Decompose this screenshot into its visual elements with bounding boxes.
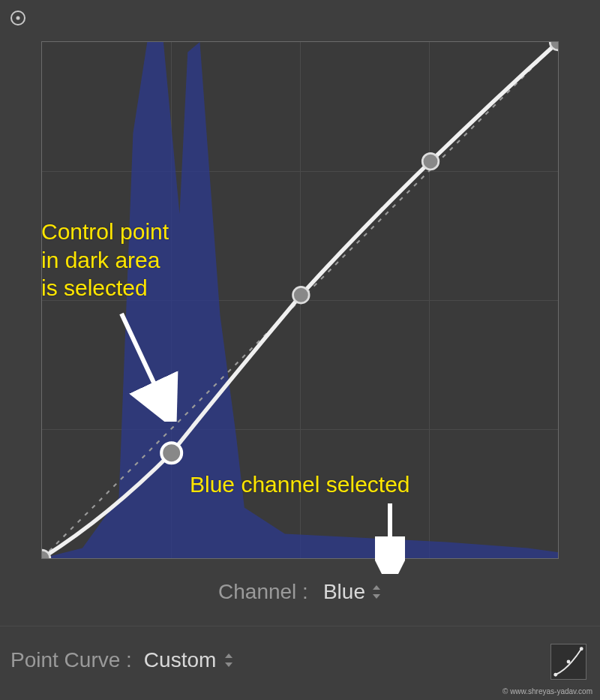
point-curve-label: Point Curve : bbox=[10, 648, 132, 672]
curve-point-selected[interactable] bbox=[161, 443, 182, 463]
svg-point-1 bbox=[16, 17, 20, 20]
svg-line-3 bbox=[122, 314, 165, 407]
channel-label: Channel : bbox=[218, 580, 308, 604]
chevron-updown-icon bbox=[224, 652, 234, 668]
annotation-blue-channel: Blue channel selected bbox=[190, 470, 410, 499]
watermark: © www.shreyas-yadav.com bbox=[502, 687, 592, 695]
arrow-icon bbox=[114, 309, 182, 422]
curve-mode-toggle[interactable] bbox=[550, 644, 586, 680]
channel-value: Blue bbox=[323, 580, 365, 604]
targeted-adjustment-tool[interactable] bbox=[9, 9, 27, 27]
channel-selector-row: Channel : Blue bbox=[0, 580, 600, 604]
point-curve-dropdown[interactable]: Custom bbox=[144, 648, 234, 672]
arrow-icon bbox=[375, 499, 405, 574]
point-curve-value: Custom bbox=[144, 648, 216, 672]
point-curve-row: Point Curve : Custom bbox=[10, 648, 234, 672]
svg-point-5 bbox=[554, 673, 557, 677]
curve-point[interactable] bbox=[293, 287, 310, 303]
curve-point[interactable] bbox=[422, 153, 439, 170]
svg-point-6 bbox=[567, 660, 571, 664]
channel-dropdown[interactable]: Blue bbox=[323, 580, 382, 604]
separator bbox=[0, 626, 600, 626]
chevron-updown-icon bbox=[371, 584, 382, 600]
svg-point-7 bbox=[580, 647, 584, 650]
annotation-control-point: Control point in dark area is selected bbox=[41, 218, 169, 302]
